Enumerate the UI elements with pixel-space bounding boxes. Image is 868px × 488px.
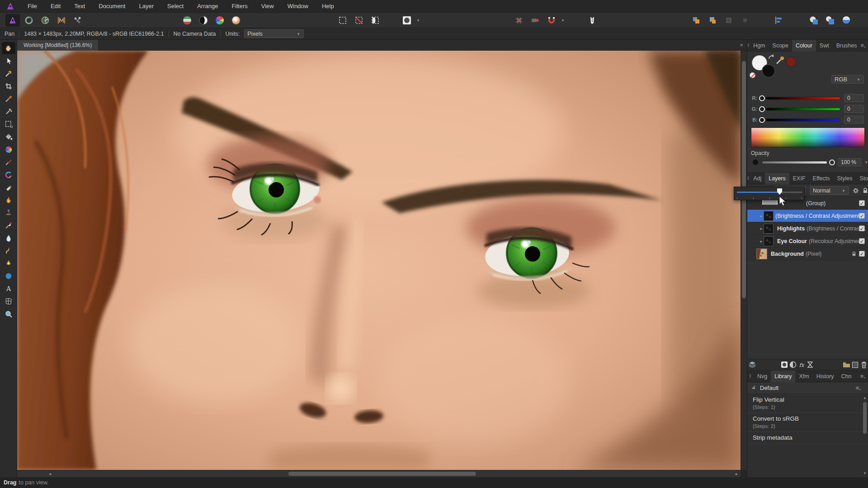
delete-layer-button[interactable]: [859, 360, 868, 370]
picked-colour-swatch[interactable]: [786, 57, 796, 66]
tab-navigator[interactable]: Nvg: [754, 371, 771, 382]
blue-slider-knob[interactable]: [759, 117, 765, 123]
move-to-front-button[interactable]: [689, 14, 703, 27]
layer-row-eye-colour[interactable]: ▸ Eye Colour (Recolour Adjustment) ✓: [747, 235, 868, 248]
scroll-left-icon[interactable]: ◂: [49, 470, 51, 478]
healing-brush-tool[interactable]: [2, 219, 15, 231]
export-persona-button[interactable]: [71, 14, 85, 27]
macro-item-strip-metadata[interactable]: Strip metadata: [747, 432, 868, 444]
flood-select-tool[interactable]: [2, 105, 15, 117]
colour-spectrum[interactable]: [751, 127, 865, 147]
flood-fill-tool[interactable]: [2, 131, 15, 143]
tab-history[interactable]: History: [813, 371, 838, 382]
layer-visibility-checkbox[interactable]: ✓: [859, 238, 865, 244]
tab-histogram[interactable]: Hgm: [750, 40, 769, 52]
auto-levels-button[interactable]: [180, 14, 194, 27]
layer-thumbnail[interactable]: [756, 249, 767, 259]
library-scrollbar[interactable]: ▲ ▼: [863, 396, 867, 475]
zoom-tool[interactable]: [2, 308, 15, 320]
layer-row-brightness-contrast[interactable]: ▸ (Brightness / Contrast Adjustment) ✓: [747, 210, 868, 222]
tone-mapping-persona-button[interactable]: [54, 14, 69, 27]
background-colour-swatch[interactable]: [762, 64, 775, 78]
tab-adjustments[interactable]: Adj: [750, 173, 765, 184]
blur-brush-tool[interactable]: [2, 232, 15, 244]
blue-value-field[interactable]: 0: [844, 116, 864, 124]
panel-menu-icon[interactable]: ≡: [861, 42, 866, 49]
layer-visibility-checkbox[interactable]: ✓: [859, 225, 865, 231]
colour-picker-icon[interactable]: [775, 55, 785, 65]
mask-caret-icon[interactable]: ▾: [416, 18, 420, 23]
view-tool[interactable]: [2, 42, 15, 54]
panel-menu-icon[interactable]: ≡: [860, 373, 865, 380]
tab-scope[interactable]: Scope: [769, 40, 792, 52]
canvas-image[interactable]: [17, 51, 741, 470]
group-layers-button[interactable]: [842, 360, 851, 370]
erase-brush-tool[interactable]: [2, 181, 15, 193]
burn-brush-tool[interactable]: [2, 194, 15, 206]
menu-file[interactable]: File: [21, 0, 44, 13]
expand-icon[interactable]: ▸: [759, 226, 764, 231]
opacity-slider-track[interactable]: [762, 161, 827, 164]
crop-tool[interactable]: [2, 80, 15, 92]
layer-thumbnail[interactable]: [764, 236, 774, 246]
no-colour-swatch[interactable]: [750, 72, 755, 78]
liquify-persona-button[interactable]: [22, 14, 36, 27]
section-menu-icon[interactable]: ≡: [856, 385, 861, 391]
menu-filters[interactable]: Filters: [225, 0, 254, 13]
document-tab[interactable]: Working [Modified] (136.6%): [17, 40, 99, 51]
auto-contrast-button[interactable]: [196, 14, 211, 27]
colour-replacement-brush-tool[interactable]: [2, 169, 15, 181]
green-slider-knob[interactable]: [759, 106, 765, 112]
swap-colours-icon[interactable]: [768, 54, 775, 61]
blue-slider-track[interactable]: [766, 118, 840, 122]
red-slider-knob[interactable]: [759, 95, 765, 101]
blend-mode-dropdown[interactable]: Normal▾: [810, 186, 849, 195]
snapping-magnet-button[interactable]: [544, 14, 559, 27]
tab-library[interactable]: Library: [771, 371, 795, 382]
layer-thumbnail[interactable]: [764, 211, 774, 221]
menu-select[interactable]: Select: [160, 0, 190, 13]
units-dropdown[interactable]: Pixels▾: [244, 29, 304, 38]
vertical-scroll-thumb[interactable]: [742, 61, 746, 298]
menu-edit[interactable]: Edit: [44, 0, 67, 13]
tab-colour[interactable]: Colour: [792, 40, 816, 52]
menu-arrange[interactable]: Arrange: [190, 0, 225, 13]
menu-document[interactable]: Document: [92, 0, 132, 13]
snapping-grid-button[interactable]: [512, 14, 526, 27]
alignment-button[interactable]: [771, 14, 786, 27]
scroll-right-icon[interactable]: ▸: [736, 470, 738, 478]
layer-lock-icon[interactable]: [852, 251, 856, 257]
add-mask-button[interactable]: [780, 360, 789, 370]
red-slider-track[interactable]: [766, 97, 840, 100]
layer-effects-button[interactable]: fx: [797, 360, 806, 370]
new-layer-button[interactable]: [851, 360, 859, 370]
assistant-button[interactable]: [585, 14, 599, 27]
tab-swatches[interactable]: Swt: [816, 40, 833, 52]
lock-icon[interactable]: [863, 188, 868, 194]
green-slider-track[interactable]: [766, 108, 840, 111]
tab-exif[interactable]: EXIF: [789, 173, 809, 184]
library-scroll-thumb[interactable]: [863, 402, 867, 434]
tab-channels[interactable]: Chn: [838, 371, 855, 382]
panel-grip-icon[interactable]: ‖: [747, 374, 754, 379]
collapse-icon[interactable]: [751, 385, 756, 390]
tab-layers[interactable]: Layers: [765, 173, 789, 184]
move-tool[interactable]: [2, 55, 15, 67]
move-by-whole-pixels-button[interactable]: [528, 14, 542, 27]
photo-persona-button[interactable]: [5, 14, 20, 27]
boolean-add-button[interactable]: [807, 14, 821, 27]
marquee-tool[interactable]: [2, 118, 15, 130]
green-value-field[interactable]: 0: [844, 105, 864, 113]
snapping-caret-icon[interactable]: ▾: [561, 18, 565, 23]
add-adjustment-button[interactable]: [789, 360, 797, 370]
menu-help[interactable]: Help: [315, 0, 341, 13]
auto-white-balance-button[interactable]: [229, 14, 243, 27]
deselect-button[interactable]: [352, 14, 366, 27]
tab-brushes[interactable]: Brushes: [833, 40, 861, 52]
expand-icon[interactable]: ▸: [759, 214, 764, 218]
blend-options-gear-icon[interactable]: [853, 188, 859, 194]
opacity-slider-knob[interactable]: [829, 160, 835, 165]
auto-colour-button[interactable]: [212, 14, 227, 27]
tab-transform[interactable]: Xfm: [795, 371, 812, 382]
selection-brush-tool[interactable]: [2, 93, 15, 105]
